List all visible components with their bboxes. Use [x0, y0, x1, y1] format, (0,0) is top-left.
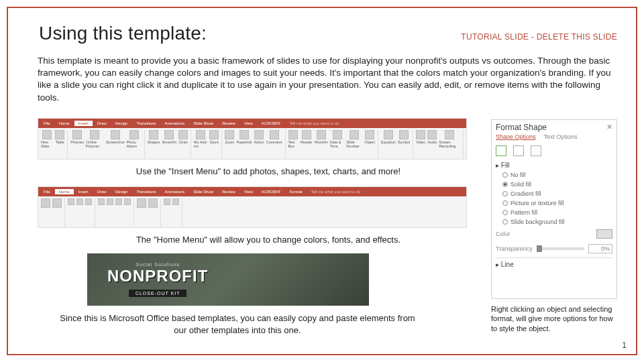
ribbon-button: Screenshot: [106, 130, 125, 144]
fill-option: Slide background fill: [496, 217, 612, 227]
ribbon-icon: [72, 130, 82, 139]
ribbon-button: Store: [209, 130, 219, 144]
fill-option: Picture or texture fill: [496, 198, 612, 208]
page-title: Using this template:: [39, 23, 207, 44]
tab-animations: Animations: [161, 121, 189, 126]
tab-review: Review: [218, 121, 239, 126]
ribbon-button: Slide Number: [346, 130, 362, 148]
ribbon-icon: [55, 130, 64, 139]
intro-paragraph: This template is meant to provide you a …: [38, 55, 617, 104]
tab-draw: Draw: [93, 189, 111, 194]
transparency-value: 0%: [588, 244, 612, 253]
ribbon-icon: [333, 130, 342, 139]
ribbon-icon: [270, 130, 279, 139]
ribbon-group: My Add-insStore: [194, 130, 222, 158]
radio-icon: [502, 172, 508, 178]
nonprofit-topline: Social Solutions: [107, 262, 208, 267]
ribbon-button: Shapes: [148, 130, 160, 144]
color-swatch: [596, 229, 612, 239]
format-shape-panel: Format Shape ✕ Shape Options Text Option…: [491, 119, 617, 299]
ribbon-icon: [399, 130, 409, 139]
ribbon-button: Pictures: [70, 130, 84, 144]
ribbon-button-label: SmartArt: [162, 140, 176, 144]
tab-animations: Animations: [161, 189, 189, 194]
ribbon-button: Table: [55, 130, 64, 144]
ribbon-button: WordArt: [315, 130, 328, 144]
ribbon-button: Object: [364, 130, 375, 144]
fill-option-label: Pattern fill: [511, 209, 537, 216]
slide-number: 1: [622, 341, 627, 350]
ribbon-button-label: Screen Recording: [439, 140, 460, 148]
ribbon-button: New Slide: [41, 130, 53, 148]
line-section-label: ▸ Line: [496, 259, 612, 269]
tab-transitions: Transitions: [132, 121, 160, 126]
ribbon-body: [38, 196, 466, 229]
ribbon-group: New SlideTable: [41, 130, 68, 158]
ribbon-group: VideoAudioScreen Recording: [416, 130, 464, 158]
ribbon-icon: [427, 130, 437, 139]
tab-file: File: [40, 121, 54, 126]
tab-file: File: [40, 189, 54, 194]
close-icon: ✕: [606, 123, 612, 132]
fill-option: No fill: [496, 170, 612, 180]
fill-option: Gradient fill: [496, 189, 612, 198]
home-ribbon-image: File Home Insert Draw Design Transitions…: [38, 186, 467, 228]
transparency-label: Transparency: [496, 245, 533, 252]
ribbon-button-label: Chart: [178, 140, 187, 144]
tab-slideshow: Slide Show: [189, 189, 217, 194]
tab-view: View: [240, 121, 257, 126]
ribbon-tabstrip: File Home Insert Draw Design Transitions…: [38, 187, 466, 196]
ribbon-button: Comment: [266, 130, 282, 144]
ribbon-tabstrip: File Home Insert Draw Design Transitions…: [38, 119, 466, 128]
tab-transitions: Transitions: [132, 189, 160, 194]
tab-format: Format: [285, 189, 306, 194]
ribbon-group: ZoomHyperlinkActionComment: [225, 130, 285, 158]
tab-home: Home: [55, 121, 74, 126]
tab-text-options: Text Options: [544, 133, 578, 140]
ribbon-button: Screen Recording: [439, 130, 460, 148]
ribbon-icon: [90, 130, 99, 139]
ribbon-icon: [416, 130, 425, 139]
ribbon-button: Action: [254, 130, 264, 144]
ribbon-button-label: WordArt: [315, 140, 328, 144]
ribbon-button-label: Action: [254, 140, 264, 144]
fill-line-icon: [496, 145, 506, 156]
ribbon-button: Date & Time: [330, 130, 345, 148]
header: Using this template: TUTORIAL SLIDE - DE…: [39, 23, 617, 44]
radio-icon: [502, 200, 508, 206]
ribbon-icon: [129, 130, 139, 139]
size-icon: [531, 145, 541, 156]
color-label: Color: [496, 231, 511, 237]
tell-me: Tell me what you want to do: [285, 121, 343, 126]
ribbon-icon: [384, 130, 393, 139]
ribbon-button: Text Box: [288, 130, 299, 148]
ribbon-button-label: Photo Album: [127, 140, 142, 148]
nonprofit-title: NONPROFIT: [107, 267, 208, 286]
ribbon-group: ShapesSmartArtChart: [148, 130, 191, 158]
caption-format: Right clicking an object and selecting f…: [491, 304, 617, 333]
ribbon-icon: [196, 130, 205, 139]
ribbon-icon: [350, 130, 359, 139]
fill-option: Pattern fill: [496, 208, 612, 217]
radio-icon: [502, 182, 508, 187]
effects-icon: [513, 145, 524, 156]
ribbon-button-label: Shapes: [148, 140, 160, 144]
ribbon-button-label: Comment: [266, 140, 282, 144]
fill-option-label: No fill: [511, 172, 526, 178]
panel-title: Format Shape: [496, 123, 547, 132]
tab-design: Design: [111, 189, 132, 194]
fill-option-label: Picture or texture fill: [511, 200, 564, 206]
fill-option-label: Slide background fill: [511, 219, 565, 225]
ribbon-button: Hyperlink: [236, 130, 252, 144]
ribbon-button: Video: [416, 130, 425, 144]
ribbon-button-label: Pictures: [70, 140, 84, 144]
ribbon-icon: [302, 130, 311, 139]
tab-view: View: [240, 189, 257, 194]
ribbon-icon: [254, 130, 264, 139]
ribbon-button-label: Object: [364, 140, 375, 144]
ribbon-icon: [178, 130, 188, 139]
ribbon-button: Header: [301, 130, 313, 144]
ribbon-button-label: Audio: [427, 140, 437, 144]
ribbon-icon: [317, 130, 326, 139]
caption-insert: Use the "Insert Menu" to add photos, sha…: [87, 166, 449, 176]
